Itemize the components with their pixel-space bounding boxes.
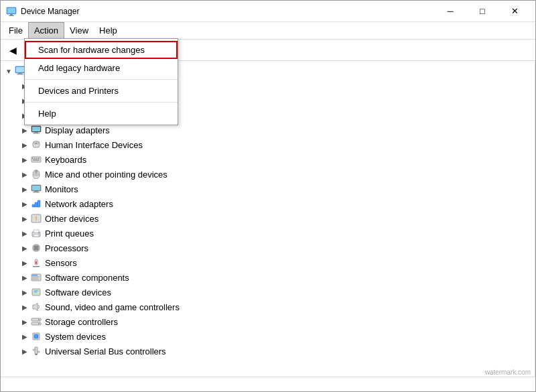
svg-rect-39 [34, 158, 36, 159]
svg-rect-48 [32, 186, 40, 190]
svg-rect-53 [38, 200, 40, 207]
mice-icon [30, 168, 42, 180]
sound-video-icon [30, 301, 42, 313]
display-adapters-label: Display adapters [45, 125, 110, 135]
tree-item-network-adapters[interactable]: ▶ Network adapters [1, 196, 535, 211]
keyboards-icon [30, 153, 42, 166]
dropdown-separator-1 [25, 79, 178, 80]
display-expand-icon: ▶ [19, 125, 30, 135]
dropdown-separator-2 [25, 102, 178, 103]
tree-item-sensors[interactable]: ▶ Sensors [1, 255, 535, 270]
software-components-label: Software components [45, 273, 129, 283]
tree-item-other-devices[interactable]: ▶ ! Other devices [1, 211, 535, 226]
other-devices-label: Other devices [45, 214, 98, 224]
dropdown-item-legacy[interactable]: Add legacy hardware [25, 59, 178, 77]
tree-item-system-devices[interactable]: ▶ System devices [1, 329, 535, 344]
svg-rect-15 [16, 67, 24, 72]
tree-item-monitors[interactable]: ▶ Monitors [1, 182, 535, 196]
tree-item-print-queues[interactable]: ▶ Print queues [1, 226, 535, 241]
svg-rect-32 [34, 132, 38, 133]
svg-rect-94 [33, 349, 36, 350]
tree-item-hid[interactable]: ▶ Human Interface Devices [1, 137, 535, 152]
svg-rect-38 [32, 158, 34, 159]
svg-rect-42 [33, 159, 40, 161]
close-button[interactable]: ✕ [499, 1, 530, 22]
svg-rect-16 [18, 73, 22, 74]
network-expand-icon: ▶ [19, 198, 30, 209]
dropdown-item-devices-printers[interactable]: Devices and Printers [25, 82, 178, 100]
storage-controllers-label: Storage controllers [45, 317, 118, 327]
svg-marker-86 [33, 303, 38, 311]
processors-label: Processors [45, 243, 88, 253]
tree-item-keyboards[interactable]: ▶ Keyboards [1, 152, 535, 167]
menu-action[interactable]: Action [28, 22, 64, 40]
print-expand-icon: ▶ [19, 228, 30, 239]
usb-expand-icon: ▶ [19, 346, 30, 356]
svg-rect-57 [34, 230, 39, 233]
menu-help[interactable]: Help [94, 22, 123, 40]
svg-rect-49 [34, 191, 38, 192]
menu-view[interactable]: View [64, 22, 94, 40]
print-queues-label: Print queues [45, 228, 94, 239]
processors-icon [30, 242, 42, 254]
tree-item-mice[interactable]: ▶ Mice and other pointing devices [1, 167, 535, 182]
svg-rect-33 [33, 133, 40, 134]
display-adapters-icon [30, 124, 42, 136]
mice-expand-icon: ▶ [19, 169, 30, 180]
storage-expand-icon: ▶ [19, 316, 30, 327]
svg-rect-75 [36, 261, 37, 264]
svg-rect-51 [32, 204, 35, 207]
svg-rect-95 [37, 351, 40, 352]
other-expand-icon: ▶ [19, 213, 30, 224]
toolbar-back-button[interactable]: ◀ [3, 42, 22, 59]
monitors-label: Monitors [45, 184, 78, 194]
dropdown-item-help[interactable]: Help [25, 105, 178, 123]
minimize-button[interactable]: ─ [435, 1, 466, 22]
network-adapters-icon [30, 198, 42, 210]
svg-rect-81 [32, 279, 39, 280]
svg-rect-78 [32, 275, 38, 276]
svg-rect-92 [34, 334, 38, 338]
maximize-button[interactable]: □ [467, 1, 498, 22]
svg-rect-17 [17, 74, 23, 75]
system-expand-icon: ▶ [19, 331, 30, 342]
monitors-icon [30, 183, 42, 195]
status-bar [1, 377, 535, 391]
action-dropdown-menu: Scan for hardware changes Add legacy har… [24, 38, 178, 125]
root-expand-icon: ▼ [3, 66, 14, 76]
menu-file[interactable]: File [3, 22, 28, 40]
software-dev-expand-icon: ▶ [19, 287, 30, 298]
svg-rect-1 [10, 14, 13, 15]
menu-bar: File Action View Help [1, 22, 535, 40]
title-bar: Device Manager ─ □ ✕ [1, 1, 535, 22]
tree-item-sound-video[interactable]: ▶ Sound, video and game controllers [1, 300, 535, 314]
network-adapters-label: Network adapters [45, 199, 113, 209]
software-components-icon [30, 271, 42, 283]
sensors-icon [30, 257, 42, 269]
system-devices-icon [30, 330, 42, 342]
hid-label: Human Interface Devices [45, 140, 143, 150]
sensors-expand-icon: ▶ [19, 257, 30, 268]
svg-point-90 [38, 323, 40, 324]
svg-rect-31 [32, 127, 40, 131]
svg-rect-52 [35, 202, 38, 207]
tree-item-usb-controllers[interactable]: ▶ Universal Serial Bus controllers [1, 344, 535, 358]
usb-controllers-icon [30, 345, 42, 357]
svg-rect-80 [32, 278, 38, 279]
tree-item-software-devices[interactable]: ▶ Software devices [1, 285, 535, 300]
software-devices-icon [30, 286, 42, 298]
sound-expand-icon: ▶ [19, 302, 30, 312]
system-devices-label: System devices [45, 332, 106, 342]
print-queues-icon [30, 227, 42, 239]
usb-controllers-label: Universal Serial Bus controllers [45, 346, 166, 356]
dropdown-item-scan[interactable]: Scan for hardware changes [25, 41, 178, 59]
svg-rect-41 [38, 158, 40, 159]
keyboards-expand-icon: ▶ [19, 154, 30, 165]
tree-item-processors[interactable]: ▶ [1, 241, 535, 255]
hid-icon [30, 139, 42, 151]
tree-item-software-components[interactable]: ▶ Software components [1, 270, 535, 285]
svg-rect-79 [32, 277, 40, 277]
svg-rect-76 [33, 266, 40, 267]
svg-point-36 [36, 143, 37, 144]
tree-item-storage-controllers[interactable]: ▶ Storage controllers [1, 314, 535, 329]
